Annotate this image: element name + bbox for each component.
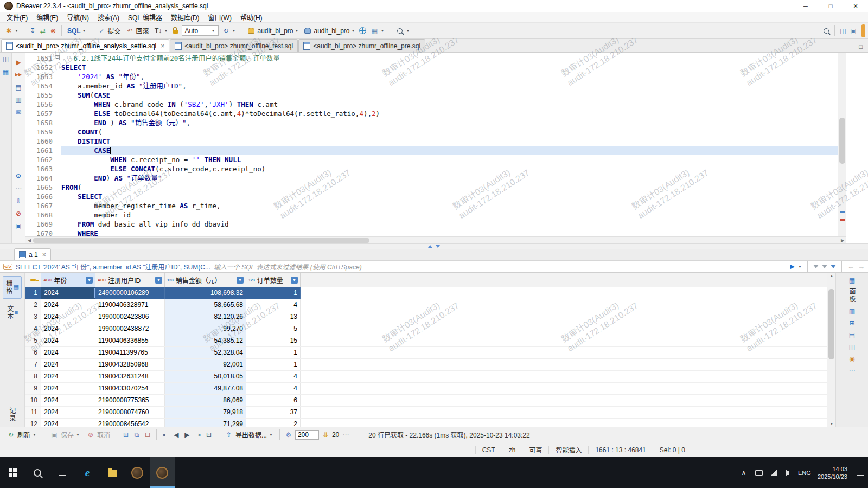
minimize-editor-icon[interactable]: ─	[850, 43, 854, 50]
grid-cell[interactable]: 1	[246, 287, 301, 299]
close-button[interactable]: ✕	[843, 0, 868, 12]
code-line-1654[interactable]: 1654 a.member_id AS "注册用户ID",	[25, 81, 838, 91]
grid-cell[interactable]: 19900002438872	[95, 323, 165, 335]
row-number-cell[interactable]: 3	[25, 311, 41, 323]
grid-cell[interactable]: 21900008775365	[95, 395, 165, 406]
delete-row-icon[interactable]: ⊟	[143, 431, 152, 439]
row-number-cell[interactable]: 2	[25, 299, 41, 311]
grid-cell[interactable]: 2024	[41, 287, 95, 299]
internet-explorer-button[interactable]: e	[75, 457, 100, 488]
dbeaver-taskbar-button[interactable]	[150, 457, 175, 488]
grouping-panel-icon[interactable]: ◉	[848, 355, 856, 363]
close-results-tab-icon[interactable]: ×	[42, 251, 46, 259]
column-header-4[interactable]: 123订单数量▼	[246, 273, 301, 287]
maximize-editor-icon[interactable]: □	[859, 43, 863, 50]
row-number-cell[interactable]: 5	[25, 335, 41, 346]
grid-cell[interactable]: 58,665.68	[165, 299, 246, 311]
new-connection-button[interactable]: ✱ ▼	[3, 25, 20, 36]
start-button[interactable]	[0, 457, 25, 488]
filter-sort-icon[interactable]: ▼	[291, 277, 298, 284]
code-line-1663[interactable]: 1663 ELSE CONCAT(c.store_code,c.receipt_…	[25, 164, 838, 174]
toolbar-overflow-icon[interactable]: ⋯	[341, 431, 350, 439]
code-area[interactable]: 1651-- 6.2.1线下24年订单支付金额前20名注册用户的销售金额、订单数…	[25, 53, 838, 236]
row-number-cell[interactable]: 10	[25, 395, 41, 406]
expand-up-icon[interactable]	[428, 243, 432, 248]
panel-grid-icon[interactable]: ▦	[848, 276, 856, 284]
disconnect-icon[interactable]: ⊗	[49, 27, 58, 35]
file-explorer-button[interactable]	[100, 457, 125, 488]
scrollbar-thumb[interactable]	[839, 118, 845, 164]
column-header-3[interactable]: 123销售金额（元）▼	[165, 273, 246, 287]
table-row[interactable]: 520241190040633685554,385.1215	[25, 335, 827, 347]
quick-access-ribbon[interactable]	[861, 24, 865, 37]
table-row[interactable]: 820241190043263124850,018.054	[25, 371, 827, 383]
code-line-1653[interactable]: 1653 '2024' AS "年份",	[25, 72, 838, 81]
calc-panel-icon[interactable]: ⊞	[848, 319, 856, 327]
table-row[interactable]: 720241190043285096892,0011	[25, 359, 827, 371]
grid-cell[interactable]: 4	[246, 383, 301, 394]
quick-search-icon[interactable]	[822, 27, 831, 35]
scroll-down-icon[interactable]: ▼	[827, 422, 836, 426]
grid-cell[interactable]: 2024	[41, 335, 95, 346]
row-number-cell[interactable]: 1	[25, 287, 41, 299]
save-filter-icon[interactable]	[822, 265, 827, 271]
code-line-1665[interactable]: 1665FROM(	[25, 183, 838, 192]
action-center-button[interactable]	[853, 457, 868, 488]
code-line-1669[interactable]: 1669 FROM dwd_basic_all_vip_info_dd dbav…	[25, 220, 838, 229]
grid-cell[interactable]: 54,385.12	[165, 335, 246, 346]
code-line-1658[interactable]: 1658 END ) AS "销售金额（元）",	[25, 118, 838, 127]
explain-plan-icon[interactable]: ▤	[14, 83, 23, 92]
editor-vertical-scrollbar[interactable]	[838, 53, 846, 236]
grid-cell[interactable]: 92,001	[165, 359, 246, 370]
apply-filter-icon[interactable]: ▶	[790, 263, 795, 270]
maximize-button[interactable]: □	[818, 0, 843, 12]
scrollbar-thumb[interactable]	[828, 289, 834, 359]
code-line-1659[interactable]: 1659 COUNT(	[25, 127, 838, 137]
network-button[interactable]	[767, 457, 782, 488]
export-data-button[interactable]: ⇧ 导出数据... ▼	[222, 429, 275, 440]
grid-cell[interactable]: 11900432850968	[95, 359, 165, 370]
grid-view-button[interactable]: ▦ ▼	[368, 25, 386, 36]
editor-tab-3[interactable]: <audit_bi_pro> zhumr_offline_pre.sql	[298, 39, 425, 52]
grid-cell[interactable]: 4	[246, 371, 301, 382]
duplicate-row-icon[interactable]: ⧉	[132, 431, 141, 439]
grid-cell[interactable]: 11900432631248	[95, 371, 165, 382]
code-line-1668[interactable]: 1668 member_id	[25, 210, 838, 220]
value-viewer-icon[interactable]: ▥	[848, 307, 856, 315]
validate-script-icon[interactable]: ▥	[14, 95, 23, 104]
editor-tab-1[interactable]: <audit_bi_pro> zhumr_offline_analysis_se…	[1, 39, 169, 52]
rollback-button[interactable]: ↶ 回滚	[124, 25, 151, 36]
code-line-1657[interactable]: 1657 ELSE toDecimal64(toDecimal64(c.amt,…	[25, 109, 838, 118]
commit-button[interactable]: ✓ 提交	[96, 25, 123, 36]
editor-layout-icon[interactable]: ▣	[849, 27, 858, 35]
connect-icon[interactable]: ⇄	[39, 27, 47, 35]
code-line-1652[interactable]: 1652SELECT	[25, 63, 838, 72]
more-panels-icon[interactable]: ⋯	[848, 367, 856, 375]
open-sql-script-icon[interactable]: ↧	[28, 27, 37, 35]
cancel-button[interactable]: ⊘ 取消	[84, 429, 112, 440]
table-row[interactable]: 1120242190000807476079,91837	[25, 407, 827, 419]
cancel-execution-icon[interactable]: ⊘	[14, 209, 23, 218]
filter-sort-icon[interactable]: ▼	[237, 277, 244, 284]
transaction-mode-dropdown[interactable]: T↓ ▼	[152, 25, 170, 36]
settings-gear-icon[interactable]: ⚙	[14, 172, 23, 181]
menu-item-2[interactable]: 编辑(E)	[32, 12, 62, 22]
grid-cell[interactable]: 19900002423806	[95, 311, 165, 323]
scrollbar-thumb[interactable]	[33, 238, 369, 243]
menu-item-7[interactable]: 窗口(W)	[204, 12, 236, 22]
record-mode-toggle[interactable]: 记录	[8, 407, 17, 422]
connection-selector[interactable]: audit_bi_pro ▼	[245, 25, 300, 36]
grid-cell[interactable]: 2024	[41, 383, 95, 394]
filter-placeholder[interactable]: 输入一个 SQL 表达式来过滤结果 (使用 Ctrl+Space)	[214, 262, 362, 271]
code-line-1660[interactable]: 1660 DISTINCT	[25, 137, 838, 146]
grid-cell[interactable]: 11900406328971	[95, 299, 165, 311]
menu-item-4[interactable]: 搜索(A)	[93, 12, 124, 22]
results-tab[interactable]: a 1 ×	[14, 248, 51, 260]
execute-statement-icon[interactable]: ▶	[14, 58, 23, 67]
editor-results-splitter[interactable]	[0, 243, 868, 249]
first-row-icon[interactable]: ⇤	[161, 431, 170, 439]
grid-cell[interactable]: 1	[246, 359, 301, 370]
grid-cell[interactable]: 11900433070254	[95, 383, 165, 394]
minimize-button[interactable]: ─	[793, 0, 818, 12]
row-number-cell[interactable]: 4	[25, 323, 41, 335]
